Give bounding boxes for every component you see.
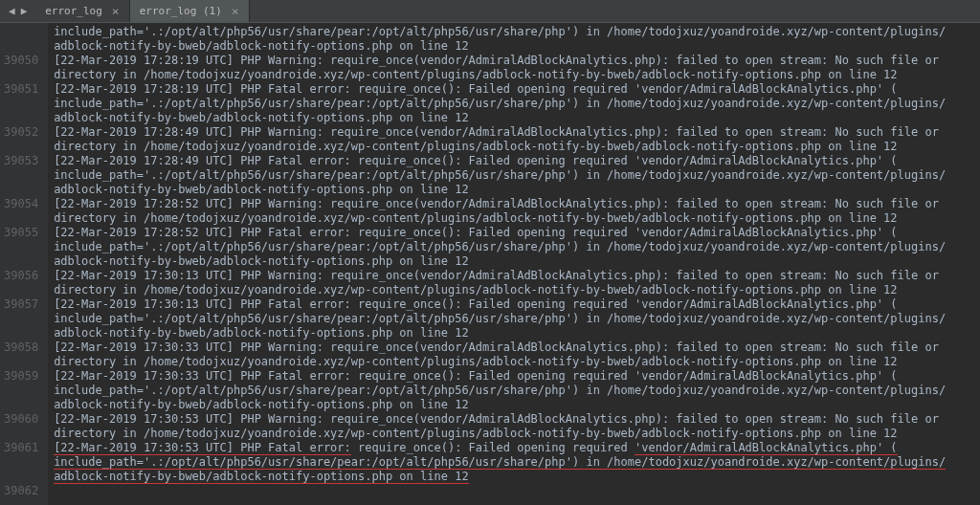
line-number: [4, 240, 38, 254]
log-line: [22-Mar-2019 17:28:49 UTC] PHP Warning: …: [48, 125, 980, 140]
log-line: [22-Mar-2019 17:30:33 UTC] PHP Warning: …: [48, 340, 980, 355]
line-number: [4, 254, 38, 269]
log-line: include_path='.:/opt/alt/php56/usr/share…: [48, 384, 980, 398]
log-line: [22-Mar-2019 17:30:13 UTC] PHP Warning: …: [48, 269, 980, 283]
log-line: [22-Mar-2019 17:28:19 UTC] PHP Warning: …: [48, 54, 980, 68]
line-number: [4, 283, 38, 297]
line-number: [4, 97, 38, 111]
tab-label: error_log: [45, 5, 102, 17]
line-number: 39055: [4, 226, 38, 240]
editor-tabs: error_log × error_log (1) ×: [35, 0, 249, 22]
close-icon[interactable]: ×: [232, 4, 239, 18]
log-line: [22-Mar-2019 17:30:13 UTC] PHP Fatal err…: [48, 297, 980, 312]
log-line: directory in /home/todojxuz/yoandroide.x…: [48, 140, 980, 154]
log-line: [22-Mar-2019 17:30:53 UTC] PHP Fatal err…: [48, 441, 980, 455]
line-number: [4, 427, 38, 441]
log-line: adblock-notify-by-bweb/adblock-notify-op…: [48, 254, 980, 269]
line-number: 39052: [4, 125, 38, 140]
line-number: [4, 39, 38, 54]
line-number: 39062: [4, 484, 38, 498]
log-line: include_path='.:/opt/alt/php56/usr/share…: [48, 455, 980, 470]
log-line: include_path='.:/opt/alt/php56/usr/share…: [48, 312, 980, 326]
log-line: adblock-notify-by-bweb/adblock-notify-op…: [48, 111, 980, 125]
line-number: 39059: [4, 369, 38, 384]
line-number: [4, 140, 38, 154]
line-number: [4, 326, 38, 340]
nav-forward-icon[interactable]: ▶: [18, 5, 31, 17]
log-line: [22-Mar-2019 17:28:52 UTC] PHP Fatal err…: [48, 226, 980, 240]
log-line: directory in /home/todojxuz/yoandroide.x…: [48, 427, 980, 441]
line-number: 39057: [4, 297, 38, 312]
line-number: [4, 25, 38, 39]
nav-arrows: ◀ ▶: [0, 5, 35, 17]
line-number: 39051: [4, 82, 38, 97]
line-number: [4, 398, 38, 412]
line-number: [4, 168, 38, 183]
line-number: [4, 68, 38, 82]
log-line: adblock-notify-by-bweb/adblock-notify-op…: [48, 398, 980, 412]
log-line: adblock-notify-by-bweb/adblock-notify-op…: [48, 326, 980, 340]
nav-back-icon[interactable]: ◀: [6, 5, 18, 17]
log-line: adblock-notify-by-bweb/adblock-notify-op…: [48, 39, 980, 54]
log-line: include_path='.:/opt/alt/php56/usr/share…: [48, 240, 980, 254]
line-number: [4, 455, 38, 470]
editor-area: 3905039051390523905339054390553905639057…: [0, 23, 980, 505]
log-line: directory in /home/todojxuz/yoandroide.x…: [48, 355, 980, 369]
log-line: [22-Mar-2019 17:30:53 UTC] PHP Warning: …: [48, 412, 980, 427]
editor-content[interactable]: include_path='.:/opt/alt/php56/usr/share…: [48, 23, 980, 505]
log-line: [22-Mar-2019 17:30:33 UTC] PHP Fatal err…: [48, 369, 980, 384]
log-line: [22-Mar-2019 17:28:49 UTC] PHP Fatal err…: [48, 154, 980, 168]
log-line: directory in /home/todojxuz/yoandroide.x…: [48, 283, 980, 297]
tab-error-log-2[interactable]: error_log (1) ×: [130, 0, 250, 22]
log-line: adblock-notify-by-bweb/adblock-notify-op…: [48, 183, 980, 197]
line-number: 39061: [4, 441, 38, 455]
log-line: adblock-notify-by-bweb/adblock-notify-op…: [48, 470, 980, 484]
log-line: [22-Mar-2019 17:28:19 UTC] PHP Fatal err…: [48, 82, 980, 97]
line-number-gutter: 3905039051390523905339054390553905639057…: [0, 23, 48, 505]
line-number: 39056: [4, 269, 38, 283]
line-number: [4, 312, 38, 326]
line-number: [4, 355, 38, 369]
line-number: 39060: [4, 412, 38, 427]
log-line: directory in /home/todojxuz/yoandroide.x…: [48, 211, 980, 226]
line-number: 39050: [4, 54, 38, 68]
line-number: 39053: [4, 154, 38, 168]
editor-top-bar: ◀ ▶ error_log × error_log (1) ×: [0, 0, 980, 23]
line-number: [4, 384, 38, 398]
tab-label: error_log (1): [140, 5, 222, 17]
log-line: include_path='.:/opt/alt/php56/usr/share…: [48, 168, 980, 183]
line-number: [4, 211, 38, 226]
line-number: [4, 111, 38, 125]
log-line: include_path='.:/opt/alt/php56/usr/share…: [48, 97, 980, 111]
log-line: include_path='.:/opt/alt/php56/usr/share…: [48, 25, 980, 39]
log-line: [48, 484, 980, 498]
close-icon[interactable]: ×: [112, 4, 120, 18]
line-number: [4, 470, 38, 484]
tab-error-log-1[interactable]: error_log ×: [35, 0, 129, 22]
line-number: 39054: [4, 197, 38, 211]
log-line: [22-Mar-2019 17:28:52 UTC] PHP Warning: …: [48, 197, 980, 211]
log-line: directory in /home/todojxuz/yoandroide.x…: [48, 68, 980, 82]
line-number: [4, 183, 38, 197]
line-number: 39058: [4, 340, 38, 355]
